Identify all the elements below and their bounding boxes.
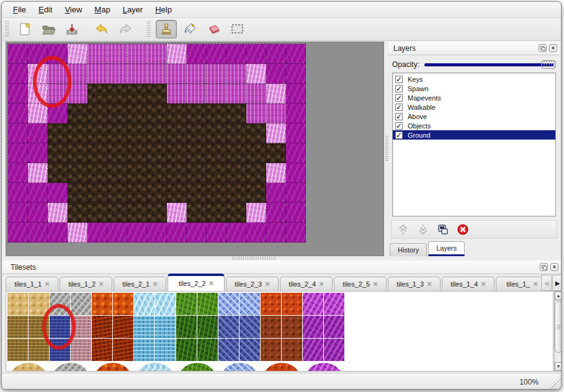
map-tile[interactable] bbox=[246, 44, 266, 64]
layer-row-objects[interactable]: ✓Objects bbox=[393, 121, 555, 130]
toolbar-grip[interactable] bbox=[5, 21, 9, 37]
map-tile[interactable] bbox=[87, 64, 107, 84]
map-tile[interactable] bbox=[127, 223, 147, 243]
map-tile[interactable] bbox=[167, 143, 187, 163]
redo-button[interactable] bbox=[115, 20, 136, 38]
tileset-tile[interactable] bbox=[71, 293, 91, 315]
map-tile[interactable] bbox=[266, 123, 286, 143]
map-tile[interactable] bbox=[207, 84, 226, 104]
map-tile[interactable] bbox=[127, 143, 147, 163]
tileset-tile[interactable] bbox=[324, 293, 344, 315]
map-tile[interactable] bbox=[246, 223, 266, 243]
map-tile[interactable] bbox=[246, 183, 266, 203]
map-tile[interactable] bbox=[266, 64, 286, 84]
close-tab-icon[interactable]: × bbox=[481, 281, 486, 287]
map-tile[interactable] bbox=[246, 84, 266, 104]
tileset-tile[interactable] bbox=[92, 293, 112, 315]
map-tile[interactable] bbox=[28, 44, 48, 64]
tileset-tile[interactable] bbox=[218, 316, 239, 338]
map-tile[interactable] bbox=[107, 84, 127, 104]
close-tilesets-icon[interactable]: × bbox=[550, 263, 558, 271]
map-tile[interactable] bbox=[87, 223, 107, 243]
tileset-tab-tiles_2_4[interactable]: tiles_2_4× bbox=[280, 277, 333, 291]
map-tile[interactable] bbox=[266, 84, 286, 104]
map-tile[interactable] bbox=[147, 223, 167, 243]
menu-map[interactable]: Map bbox=[88, 3, 116, 16]
map-tile[interactable] bbox=[226, 104, 246, 123]
tileset-tile[interactable] bbox=[282, 293, 302, 315]
tileset-tile[interactable] bbox=[261, 339, 281, 361]
map-tile[interactable] bbox=[226, 84, 246, 104]
tileset-tab-tiles_1_[interactable]: tiles_1_× bbox=[496, 277, 540, 291]
map-tile[interactable] bbox=[246, 143, 266, 163]
tileset-tile[interactable] bbox=[239, 316, 260, 338]
map-tile[interactable] bbox=[107, 44, 127, 64]
new-file-button[interactable] bbox=[14, 20, 35, 38]
map-tile[interactable] bbox=[187, 44, 207, 64]
tileset-tile[interactable] bbox=[113, 293, 133, 315]
map-tile[interactable] bbox=[8, 163, 28, 183]
map-tile[interactable] bbox=[28, 203, 48, 223]
horizontal-splitter[interactable] bbox=[2, 256, 561, 261]
map-tile[interactable] bbox=[127, 163, 147, 183]
map-tile[interactable] bbox=[107, 123, 127, 143]
map-tile[interactable] bbox=[207, 163, 226, 183]
move-layer-up-button[interactable] bbox=[395, 222, 411, 237]
map-view[interactable] bbox=[6, 42, 384, 256]
map-tile[interactable] bbox=[147, 104, 167, 123]
tab-scroll-left-button[interactable]: ◀ bbox=[541, 275, 552, 291]
map-tile[interactable] bbox=[68, 64, 87, 84]
map-tile[interactable] bbox=[147, 183, 167, 203]
map-tile[interactable] bbox=[207, 223, 226, 243]
tileset-tile[interactable] bbox=[29, 339, 49, 361]
layer-visibility-checkbox[interactable]: ✓ bbox=[395, 104, 403, 111]
tileset-bush-row[interactable] bbox=[7, 362, 345, 372]
tileset-tile[interactable] bbox=[303, 339, 323, 361]
tileset-tab-tiles_1_1[interactable]: tiles_1_1× bbox=[6, 277, 58, 291]
tileset-tab-tiles_1_4[interactable]: tiles_1_4× bbox=[442, 277, 495, 291]
map-tile[interactable] bbox=[286, 64, 306, 84]
map-tile[interactable] bbox=[48, 104, 68, 123]
map-tile[interactable] bbox=[8, 84, 28, 104]
tileset-tab-tiles_1_3[interactable]: tiles_1_3× bbox=[388, 277, 441, 291]
map-tile[interactable] bbox=[127, 123, 147, 143]
tileset-tile[interactable] bbox=[71, 339, 91, 361]
tileset-tile[interactable] bbox=[7, 316, 28, 338]
map-tile[interactable] bbox=[226, 203, 246, 223]
open-file-button[interactable] bbox=[38, 20, 59, 38]
close-tab-icon[interactable]: × bbox=[319, 281, 324, 287]
close-panel-icon[interactable]: × bbox=[549, 44, 557, 52]
map-tile[interactable] bbox=[167, 104, 187, 123]
layer-row-walkable[interactable]: ✓Walkable bbox=[393, 102, 555, 112]
map-tile[interactable] bbox=[8, 64, 28, 84]
tileset-tile[interactable] bbox=[324, 339, 344, 361]
map-tile[interactable] bbox=[167, 223, 187, 243]
map-tile[interactable] bbox=[28, 183, 48, 203]
tileset-bush-cell[interactable] bbox=[218, 362, 261, 372]
layer-row-mapevents[interactable]: ✓Mapevents bbox=[393, 93, 555, 102]
map-tile[interactable] bbox=[68, 223, 87, 243]
map-tile[interactable] bbox=[187, 203, 207, 223]
tileset-content[interactable] bbox=[6, 291, 553, 372]
tileset-bush-tile[interactable] bbox=[95, 363, 131, 372]
map-tile[interactable] bbox=[87, 163, 107, 183]
map-tile[interactable] bbox=[127, 44, 147, 64]
tileset-bush-tile[interactable] bbox=[222, 363, 257, 372]
float-tilesets-icon[interactable] bbox=[540, 263, 548, 271]
map-tile[interactable] bbox=[187, 64, 207, 84]
map-tile[interactable] bbox=[187, 183, 207, 203]
map-tile[interactable] bbox=[28, 64, 48, 84]
map-canvas[interactable] bbox=[7, 43, 306, 243]
tileset-tile[interactable] bbox=[113, 339, 133, 361]
map-tile[interactable] bbox=[87, 44, 107, 64]
scrollbar-thumb[interactable] bbox=[555, 301, 562, 353]
tileset-tab-tiles_2_3[interactable]: tiles_2_3× bbox=[226, 277, 279, 291]
map-tile[interactable] bbox=[48, 143, 68, 163]
tileset-tab-tiles_1_2[interactable]: tiles_1_2× bbox=[60, 277, 112, 291]
map-tile[interactable] bbox=[87, 203, 107, 223]
map-tile[interactable] bbox=[127, 203, 147, 223]
tileset-tile[interactable] bbox=[239, 339, 260, 361]
tileset-bush-tile[interactable] bbox=[264, 363, 300, 372]
map-tile[interactable] bbox=[147, 163, 167, 183]
dock-tab-layers[interactable]: Layers bbox=[428, 241, 465, 256]
